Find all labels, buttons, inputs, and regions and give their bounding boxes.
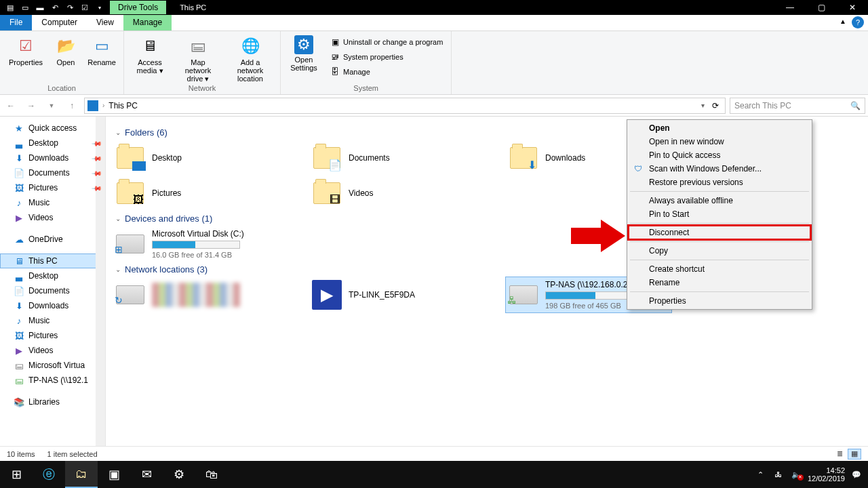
- menu-available-offline[interactable]: Always available offline: [629, 194, 810, 207]
- folder-pictures[interactable]: 🖼Pictures: [115, 178, 285, 208]
- sidebar-item-desktop[interactable]: ▃Desktop📌: [0, 136, 105, 150]
- tab-view[interactable]: View: [87, 15, 123, 30]
- gear-icon: ⚙: [294, 35, 313, 54]
- access-media-button[interactable]: 🖥 Access media ▾: [130, 34, 170, 84]
- qat-undo-icon[interactable]: ↶: [49, 2, 61, 13]
- tray-notifications-icon[interactable]: 💬: [850, 470, 863, 479]
- tab-computer[interactable]: Computer: [32, 15, 87, 30]
- qat-icon[interactable]: ☑: [79, 2, 91, 13]
- tab-file[interactable]: File: [0, 15, 32, 30]
- sidebar-item-desktop[interactable]: ▃Desktop: [0, 268, 105, 283]
- menu-properties[interactable]: Properties: [629, 294, 810, 308]
- up-button[interactable]: ↑: [64, 98, 80, 114]
- download-icon: ⬇: [524, 159, 539, 171]
- qat-icon[interactable]: ▤: [4, 2, 16, 13]
- sidebar-item-videos[interactable]: ▶Videos: [0, 343, 105, 358]
- picture-icon: 🖼: [131, 194, 146, 206]
- open-button[interactable]: 📂 Open: [52, 34, 80, 68]
- computer-icon: 🖳: [330, 52, 340, 62]
- sidebar-item-pictures[interactable]: 🖼Pictures📌: [0, 180, 105, 195]
- scrollbar[interactable]: [96, 117, 105, 446]
- sidebar-item-downloads[interactable]: ⬇Downloads: [0, 298, 105, 313]
- help-icon[interactable]: ?: [852, 16, 864, 28]
- sidebar-item-videos[interactable]: ▶Videos: [0, 210, 105, 225]
- taskbar-edge[interactable]: ⓔ: [33, 461, 65, 488]
- sidebar-this-pc[interactable]: 🖥This PC: [0, 253, 105, 268]
- sidebar-libraries[interactable]: 📚Libraries: [0, 394, 105, 409]
- chevron-down-icon[interactable]: ▾: [701, 102, 705, 109]
- map-drive-button[interactable]: 🖴 Map network drive ▾: [176, 34, 220, 84]
- taskbar-settings[interactable]: ⚙: [163, 461, 195, 488]
- manage-button[interactable]: 🗄Manage: [327, 65, 446, 79]
- tray-network-icon[interactable]: 🖧: [772, 470, 785, 479]
- menu-copy[interactable]: Copy: [629, 244, 810, 258]
- open-settings-button[interactable]: ⚙ Open Settings: [286, 34, 321, 79]
- menu-restore-versions[interactable]: Restore previous versions: [629, 176, 810, 189]
- drive-name: Microsoft Virtual Disk (C:): [152, 229, 244, 239]
- tray-volume-icon[interactable]: 🔈: [790, 470, 802, 479]
- menu-open[interactable]: Open: [629, 121, 810, 135]
- view-details-button[interactable]: ≣: [833, 449, 846, 460]
- sidebar-item-pictures[interactable]: 🖼Pictures: [0, 328, 105, 343]
- manage-icon: 🗄: [330, 66, 340, 77]
- minimize-button[interactable]: —: [774, 0, 806, 15]
- forward-button[interactable]: →: [23, 98, 39, 114]
- back-button[interactable]: ←: [3, 98, 19, 114]
- menu-create-shortcut[interactable]: Create shortcut: [629, 262, 810, 276]
- drive-c[interactable]: ⊞ Microsoft Virtual Disk (C:) 16.0 GB fr…: [115, 229, 285, 259]
- qat-icon[interactable]: ▬: [34, 2, 46, 13]
- maximize-button[interactable]: ▢: [806, 0, 837, 15]
- sidebar-item-music[interactable]: ♪Music: [0, 313, 105, 328]
- menu-scan-defender[interactable]: 🛡Scan with Windows Defender...: [629, 162, 810, 176]
- menu-rename[interactable]: Rename: [629, 276, 810, 289]
- sidebar-item-downloads[interactable]: ⬇Downloads📌: [0, 150, 105, 165]
- close-button[interactable]: ✕: [837, 0, 868, 15]
- sidebar-quick-access[interactable]: ★Quick access: [0, 121, 105, 136]
- sidebar-onedrive[interactable]: ☁OneDrive: [0, 232, 105, 247]
- taskbar-terminal[interactable]: ▣: [98, 461, 130, 488]
- folder-documents[interactable]: 📄Documents: [312, 143, 481, 173]
- qat-redo-icon[interactable]: ↷: [64, 2, 76, 13]
- taskbar-mail[interactable]: ✉: [130, 461, 163, 488]
- system-properties-button[interactable]: 🖳System properties: [327, 50, 446, 64]
- separator: [630, 223, 809, 224]
- menu-open-new-window[interactable]: Open in new window: [629, 135, 810, 148]
- menu-pin-quick-access[interactable]: Pin to Quick access: [629, 148, 810, 162]
- properties-button[interactable]: ☑ Properties: [5, 34, 46, 68]
- tab-manage[interactable]: Manage: [123, 15, 172, 30]
- uninstall-button[interactable]: ▣Uninstall or change a program: [327, 35, 446, 49]
- download-icon: ⬇: [14, 152, 24, 163]
- refresh-button[interactable]: ⟳: [709, 101, 722, 110]
- sidebar-item-virtual-disk[interactable]: 🖴Microsoft Virtua: [0, 358, 105, 373]
- rename-button[interactable]: ▭ Rename: [85, 34, 118, 68]
- clock-time: 14:52: [826, 466, 845, 474]
- sidebar-item-documents[interactable]: 📄Documents📌: [0, 165, 105, 180]
- star-icon: ★: [14, 123, 24, 134]
- folder-desktop[interactable]: Desktop: [115, 143, 285, 173]
- taskbar-explorer[interactable]: 🗂: [65, 461, 98, 488]
- menu-disconnect[interactable]: Disconnect: [629, 226, 810, 239]
- network-item-media[interactable]: ▶ TP-LINK_E5F9DA: [312, 280, 481, 310]
- sidebar-item-tpnas[interactable]: 🖴TP-NAS (\\192.1: [0, 373, 105, 388]
- sidebar-item-music[interactable]: ♪Music: [0, 195, 105, 210]
- qat-dropdown-icon[interactable]: ▾: [94, 2, 106, 13]
- annotation-arrow: [571, 220, 625, 252]
- sidebar-item-documents[interactable]: 📄Documents: [0, 283, 105, 298]
- address-bar[interactable]: › This PC ▾ ⟳: [84, 98, 726, 114]
- rename-icon: ▭: [91, 35, 113, 57]
- taskbar-store[interactable]: 🛍: [195, 461, 228, 488]
- tray-overflow-icon[interactable]: ⌃: [755, 470, 767, 479]
- history-dropdown[interactable]: ▼: [43, 98, 60, 114]
- folder-open-icon: 📂: [55, 35, 77, 57]
- start-button[interactable]: ⊞: [0, 461, 33, 488]
- network-item-blurred[interactable]: ↻: [115, 280, 285, 310]
- qat-icon[interactable]: ▭: [19, 2, 31, 13]
- folder-videos[interactable]: 🎞Videos: [312, 178, 481, 208]
- tray-clock[interactable]: 14:52 12/02/2019: [808, 466, 845, 483]
- add-network-location-button[interactable]: 🌐 Add a network location: [226, 34, 275, 84]
- video-icon: ▶: [14, 345, 24, 356]
- ribbon-collapse-icon[interactable]: ▲: [834, 15, 852, 30]
- view-tiles-button[interactable]: ▦: [848, 449, 861, 460]
- search-input[interactable]: Search This PC 🔍: [730, 98, 865, 114]
- menu-pin-start[interactable]: Pin to Start: [629, 207, 810, 221]
